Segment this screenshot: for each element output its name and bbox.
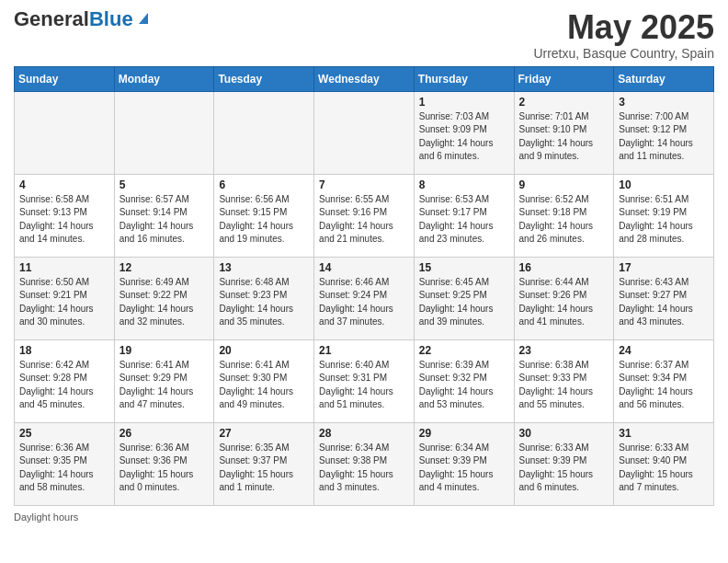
day-number: 23 — [519, 344, 609, 357]
calendar-body: 1Sunrise: 7:03 AM Sunset: 9:09 PM Daylig… — [15, 91, 714, 505]
calendar-cell: 3Sunrise: 7:00 AM Sunset: 9:12 PM Daylig… — [614, 91, 714, 174]
calendar-cell: 9Sunrise: 6:52 AM Sunset: 9:18 PM Daylig… — [514, 174, 614, 257]
calendar-cell: 2Sunrise: 7:01 AM Sunset: 9:10 PM Daylig… — [514, 91, 614, 174]
page-header: General Blue May 2025 Urretxu, Basque Co… — [14, 9, 714, 61]
calendar-week-row: 25Sunrise: 6:36 AM Sunset: 9:35 PM Dayli… — [15, 422, 714, 505]
day-info: Sunrise: 6:33 AM Sunset: 9:40 PM Dayligh… — [619, 442, 709, 495]
day-number: 25 — [19, 427, 109, 440]
day-number: 26 — [119, 427, 210, 440]
day-number: 1 — [419, 96, 509, 109]
day-info: Sunrise: 6:50 AM Sunset: 9:21 PM Dayligh… — [19, 276, 109, 329]
day-info: Sunrise: 6:40 AM Sunset: 9:31 PM Dayligh… — [319, 359, 409, 412]
calendar-cell: 17Sunrise: 6:43 AM Sunset: 9:27 PM Dayli… — [614, 257, 714, 339]
day-info: Sunrise: 6:44 AM Sunset: 9:26 PM Dayligh… — [519, 276, 609, 329]
day-number: 16 — [519, 261, 609, 274]
calendar-cell: 16Sunrise: 6:44 AM Sunset: 9:26 PM Dayli… — [514, 257, 614, 339]
calendar-cell: 24Sunrise: 6:37 AM Sunset: 9:34 PM Dayli… — [614, 339, 714, 422]
day-info: Sunrise: 6:42 AM Sunset: 9:28 PM Dayligh… — [19, 359, 109, 412]
day-info: Sunrise: 6:34 AM Sunset: 9:38 PM Dayligh… — [319, 442, 409, 495]
day-number: 2 — [519, 96, 609, 109]
calendar-cell — [214, 91, 314, 174]
day-of-week-header: Saturday — [614, 66, 714, 91]
title-area: May 2025 Urretxu, Basque Country, Spain — [533, 9, 714, 61]
svg-marker-0 — [139, 13, 148, 24]
day-number: 14 — [319, 261, 409, 274]
day-info: Sunrise: 6:41 AM Sunset: 9:29 PM Dayligh… — [119, 359, 210, 412]
day-info: Sunrise: 6:39 AM Sunset: 9:32 PM Dayligh… — [419, 359, 509, 412]
calendar-cell: 7Sunrise: 6:55 AM Sunset: 9:16 PM Daylig… — [314, 174, 415, 257]
logo: General Blue — [14, 9, 152, 29]
day-info: Sunrise: 6:48 AM Sunset: 9:23 PM Dayligh… — [219, 276, 309, 329]
day-of-week-header: Monday — [114, 66, 214, 91]
calendar-cell — [314, 91, 415, 174]
calendar-week-row: 4Sunrise: 6:58 AM Sunset: 9:13 PM Daylig… — [15, 174, 714, 257]
day-number: 19 — [119, 344, 210, 357]
day-number: 8 — [419, 178, 509, 191]
day-info: Sunrise: 6:36 AM Sunset: 9:36 PM Dayligh… — [119, 442, 210, 495]
day-number: 15 — [419, 261, 509, 274]
day-number: 29 — [419, 427, 509, 440]
day-info: Sunrise: 6:58 AM Sunset: 9:13 PM Dayligh… — [19, 193, 109, 247]
calendar-cell: 28Sunrise: 6:34 AM Sunset: 9:38 PM Dayli… — [314, 422, 415, 505]
footer: Daylight hours — [14, 511, 714, 523]
day-of-week-header: Tuesday — [214, 66, 314, 91]
calendar-cell: 15Sunrise: 6:45 AM Sunset: 9:25 PM Dayli… — [414, 257, 514, 339]
calendar-cell — [114, 91, 214, 174]
calendar-cell: 11Sunrise: 6:50 AM Sunset: 9:21 PM Dayli… — [15, 257, 115, 339]
calendar-week-row: 11Sunrise: 6:50 AM Sunset: 9:21 PM Dayli… — [15, 257, 714, 339]
day-info: Sunrise: 6:46 AM Sunset: 9:24 PM Dayligh… — [319, 276, 409, 329]
logo-general: General — [14, 9, 89, 29]
calendar-cell: 14Sunrise: 6:46 AM Sunset: 9:24 PM Dayli… — [314, 257, 415, 339]
calendar-cell: 23Sunrise: 6:38 AM Sunset: 9:33 PM Dayli… — [514, 339, 614, 422]
day-of-week-header: Wednesday — [314, 66, 415, 91]
calendar-cell: 31Sunrise: 6:33 AM Sunset: 9:40 PM Dayli… — [614, 422, 714, 505]
header-row: SundayMondayTuesdayWednesdayThursdayFrid… — [15, 66, 714, 91]
calendar-cell: 8Sunrise: 6:53 AM Sunset: 9:17 PM Daylig… — [414, 174, 514, 257]
day-info: Sunrise: 6:35 AM Sunset: 9:37 PM Dayligh… — [219, 442, 309, 495]
day-number: 10 — [619, 178, 709, 191]
day-info: Sunrise: 6:36 AM Sunset: 9:35 PM Dayligh… — [19, 442, 109, 495]
day-info: Sunrise: 6:41 AM Sunset: 9:30 PM Dayligh… — [219, 359, 309, 412]
day-number: 18 — [19, 344, 109, 357]
calendar-cell: 18Sunrise: 6:42 AM Sunset: 9:28 PM Dayli… — [15, 339, 115, 422]
day-number: 17 — [619, 261, 709, 274]
day-info: Sunrise: 7:03 AM Sunset: 9:09 PM Dayligh… — [419, 110, 509, 164]
day-of-week-header: Friday — [514, 66, 614, 91]
day-number: 13 — [219, 261, 309, 274]
day-number: 22 — [419, 344, 509, 357]
day-info: Sunrise: 6:45 AM Sunset: 9:25 PM Dayligh… — [419, 276, 509, 329]
calendar-header: SundayMondayTuesdayWednesdayThursdayFrid… — [15, 66, 714, 91]
calendar-cell: 1Sunrise: 7:03 AM Sunset: 9:09 PM Daylig… — [414, 91, 514, 174]
day-info: Sunrise: 7:01 AM Sunset: 9:10 PM Dayligh… — [519, 110, 609, 164]
day-number: 27 — [219, 427, 309, 440]
day-number: 28 — [319, 427, 409, 440]
day-number: 31 — [619, 427, 709, 440]
logo-arrow-icon — [135, 9, 152, 26]
calendar-cell: 5Sunrise: 6:57 AM Sunset: 9:14 PM Daylig… — [114, 174, 214, 257]
calendar-cell: 10Sunrise: 6:51 AM Sunset: 9:19 PM Dayli… — [614, 174, 714, 257]
calendar-week-row: 18Sunrise: 6:42 AM Sunset: 9:28 PM Dayli… — [15, 339, 714, 422]
day-number: 12 — [119, 261, 210, 274]
calendar-cell: 12Sunrise: 6:49 AM Sunset: 9:22 PM Dayli… — [114, 257, 214, 339]
calendar-cell: 4Sunrise: 6:58 AM Sunset: 9:13 PM Daylig… — [15, 174, 115, 257]
day-info: Sunrise: 6:49 AM Sunset: 9:22 PM Dayligh… — [119, 276, 210, 329]
calendar-table: SundayMondayTuesdayWednesdayThursdayFrid… — [14, 66, 714, 506]
day-of-week-header: Thursday — [414, 66, 514, 91]
calendar-cell: 19Sunrise: 6:41 AM Sunset: 9:29 PM Dayli… — [114, 339, 214, 422]
calendar-week-row: 1Sunrise: 7:03 AM Sunset: 9:09 PM Daylig… — [15, 91, 714, 174]
day-of-week-header: Sunday — [15, 66, 115, 91]
day-info: Sunrise: 6:52 AM Sunset: 9:18 PM Dayligh… — [519, 193, 609, 247]
day-number: 21 — [319, 344, 409, 357]
day-number: 3 — [619, 96, 709, 109]
day-info: Sunrise: 7:00 AM Sunset: 9:12 PM Dayligh… — [619, 110, 709, 164]
day-info: Sunrise: 6:34 AM Sunset: 9:39 PM Dayligh… — [419, 442, 509, 495]
day-number: 9 — [519, 178, 609, 191]
location: Urretxu, Basque Country, Spain — [533, 46, 714, 61]
day-number: 24 — [619, 344, 709, 357]
calendar-cell: 26Sunrise: 6:36 AM Sunset: 9:36 PM Dayli… — [114, 422, 214, 505]
daylight-label: Daylight hours — [14, 511, 78, 523]
day-info: Sunrise: 6:53 AM Sunset: 9:17 PM Dayligh… — [419, 193, 509, 247]
day-info: Sunrise: 6:55 AM Sunset: 9:16 PM Dayligh… — [319, 193, 409, 247]
day-number: 5 — [119, 178, 210, 191]
calendar-cell: 21Sunrise: 6:40 AM Sunset: 9:31 PM Dayli… — [314, 339, 415, 422]
